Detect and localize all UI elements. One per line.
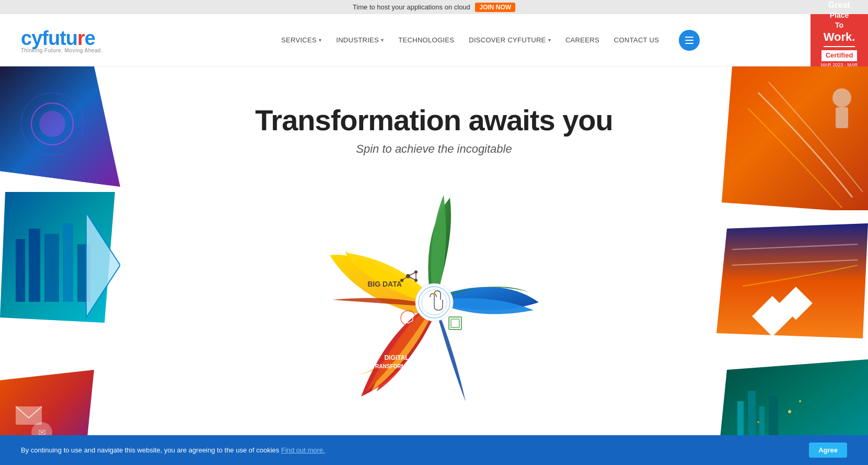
hero-section: ✉ <box>0 66 868 465</box>
svg-line-53 <box>408 272 416 276</box>
badge-certified: Certified <box>821 50 858 61</box>
nav-careers[interactable]: CAREERS <box>565 36 599 44</box>
hero-title: Transformation awaits you <box>0 103 868 137</box>
logo-tagline: Thinking Future. Moving Ahead. <box>21 48 102 53</box>
badge-place: Place <box>830 10 849 20</box>
header: cyfuture Thinking Future. Moving Ahead. … <box>0 14 868 66</box>
svg-text:BIG DATA: BIG DATA <box>367 280 402 288</box>
cookie-agree-button[interactable]: Agree <box>809 443 847 458</box>
badge-to: To <box>835 20 843 30</box>
nav-contact[interactable]: CONTACT US <box>614 36 659 44</box>
hero-subtitle: Spin to achieve the incogitable <box>0 142 868 156</box>
cookie-link[interactable]: Find out more. <box>281 446 325 454</box>
cookie-banner: By continuing to use and navigate this w… <box>0 435 868 465</box>
nav-discover[interactable]: DISCOVER CYFUTURE▾ <box>469 36 551 44</box>
join-now-button[interactable]: JOIN NOW <box>475 3 515 12</box>
hamburger-button[interactable] <box>679 30 700 51</box>
great-place-badge: Great Place To Work. Certified MAR 2023 … <box>811 14 868 66</box>
nav-technologies[interactable]: TECHNOLOGIES <box>398 36 454 44</box>
main-nav: SERVICES▾ INDUSTRIES▾ TECHNOLOGIES DISCO… <box>134 30 847 51</box>
svg-text:TRANSFORMATION: TRANSFORMATION <box>372 364 421 369</box>
svg-point-60 <box>433 293 435 295</box>
cookie-text: By continuing to use and navigate this w… <box>21 446 805 454</box>
pinwheel[interactable]: BIG DATA BLOCK CHAIN DIGITAL TRANSFORMAT… <box>304 166 565 438</box>
logo[interactable]: cyfuture Thinking Future. Moving Ahead. <box>21 27 102 53</box>
hero-content: Transformation awaits you Spin to achiev… <box>0 66 868 438</box>
nav-industries[interactable]: INDUSTRIES▾ <box>336 36 384 44</box>
svg-rect-44 <box>451 319 459 327</box>
svg-text:BLOCK: BLOCK <box>468 269 494 278</box>
announcement-text: Time to host your applications on cloud <box>353 3 470 11</box>
svg-text:CHAIN: CHAIN <box>469 279 492 287</box>
badge-work: Work. <box>824 30 855 48</box>
svg-text:CLOUD: CLOUD <box>476 358 502 367</box>
logo-text: cyfuture <box>21 27 102 50</box>
nav-services[interactable]: SERVICES▾ <box>281 36 321 44</box>
svg-text:DIGITAL: DIGITAL <box>384 354 409 361</box>
announcement-bar: Time to host your applications on cloud … <box>0 0 868 14</box>
badge-great: Great <box>828 0 850 10</box>
